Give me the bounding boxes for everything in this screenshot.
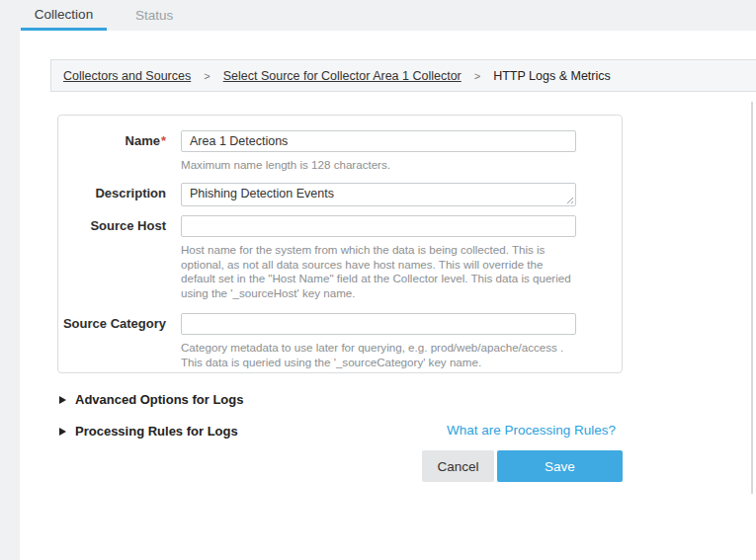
processing-rules-label: Processing Rules for Logs <box>75 424 238 439</box>
save-button[interactable]: Save <box>497 450 623 482</box>
description-input[interactable]: Phishing Detection Events <box>181 183 576 206</box>
tab-status[interactable]: Status <box>124 0 185 31</box>
what-are-processing-rules-link[interactable]: What are Processing Rules? <box>447 423 616 438</box>
tab-bar: Collection Status <box>21 0 185 31</box>
source-category-label: Source Category <box>58 316 166 332</box>
breadcrumb: Collectors and Sources > Select Source f… <box>50 59 756 92</box>
processing-rules-section-toggle[interactable]: Processing Rules for Logs <box>59 424 238 439</box>
source-config-form: Name* Maximum name length is 128 charact… <box>57 115 623 373</box>
screen: Collection Status Collectors and Sources… <box>0 0 756 560</box>
description-label: Description <box>58 186 166 201</box>
tab-collection[interactable]: Collection <box>21 0 107 31</box>
breadcrumb-separator-icon: > <box>204 70 210 82</box>
source-host-helper-text: Host name for the system from which the … <box>181 243 580 300</box>
source-category-helper-text: Category metadata to use later for query… <box>181 341 580 369</box>
name-label: Name* <box>58 133 166 149</box>
breadcrumb-current-page: HTTP Logs & Metrics <box>493 69 611 83</box>
breadcrumb-select-source[interactable]: Select Source for Collector Area 1 Colle… <box>223 69 462 83</box>
caret-right-icon <box>59 428 66 436</box>
required-asterisk: * <box>161 133 166 148</box>
source-host-input[interactable] <box>181 215 576 237</box>
cancel-button[interactable]: Cancel <box>422 450 494 482</box>
scrollbar[interactable] <box>751 102 753 494</box>
name-helper-text: Maximum name length is 128 characters. <box>181 158 580 173</box>
source-category-input[interactable] <box>181 313 576 335</box>
advanced-options-label: Advanced Options for Logs <box>75 392 243 407</box>
name-input[interactable] <box>181 130 576 152</box>
breadcrumb-collectors-and-sources[interactable]: Collectors and Sources <box>63 69 191 83</box>
advanced-options-section-toggle[interactable]: Advanced Options for Logs <box>59 392 243 407</box>
caret-right-icon <box>59 396 66 404</box>
source-host-label: Source Host <box>58 218 166 234</box>
breadcrumb-separator-icon: > <box>474 70 480 82</box>
